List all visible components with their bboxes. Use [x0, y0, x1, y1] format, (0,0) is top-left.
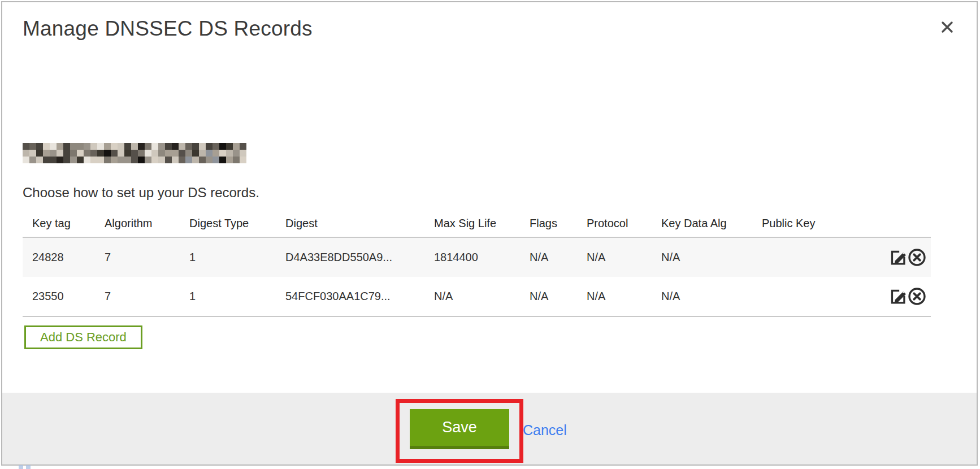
- ds-records-table: Key tag Algorithm Digest Type Digest Max…: [23, 207, 931, 317]
- cancel-link[interactable]: Cancel: [523, 422, 567, 438]
- redacted-pixel: [124, 157, 131, 163]
- cell-digest: 54FCF030AA1C79...: [285, 290, 434, 303]
- redacted-pixel: [219, 150, 226, 157]
- remove-icon: [908, 248, 926, 267]
- redacted-pixel: [50, 143, 57, 150]
- redacted-pixel: [192, 143, 199, 150]
- redacted-pixel: [70, 143, 77, 150]
- remove-record-button[interactable]: [908, 248, 926, 267]
- redacted-pixel: [138, 150, 145, 157]
- redacted-pixel: [226, 150, 233, 157]
- edit-icon: [889, 287, 908, 306]
- redacted-pixel: [124, 150, 131, 157]
- modal-footer: Save Cancel: [2, 393, 977, 464]
- redacted-pixel: [233, 143, 240, 150]
- redacted-pixel: [199, 143, 206, 150]
- redacted-pixel: [240, 157, 246, 163]
- cell-max-sig-life: N/A: [434, 290, 530, 303]
- redacted-pixel: [63, 150, 70, 157]
- redacted-pixel: [23, 157, 29, 163]
- remove-record-button[interactable]: [908, 287, 926, 306]
- redacted-pixel: [57, 143, 63, 150]
- row-actions: [865, 287, 931, 306]
- redacted-pixel: [118, 157, 124, 163]
- ds-record-row-2: 23550 7 1 54FCF030AA1C79... N/A N/A N/A …: [23, 277, 931, 316]
- remove-icon: [908, 287, 926, 306]
- redacted-pixel: [43, 150, 50, 157]
- redacted-pixel: [77, 143, 84, 150]
- redacted-pixel: [36, 143, 43, 150]
- cell-digest-type: 1: [189, 290, 285, 303]
- add-ds-record-button[interactable]: Add DS Record: [24, 325, 142, 349]
- edit-record-button[interactable]: [889, 248, 908, 267]
- redacted-pixel: [131, 157, 138, 163]
- redacted-pixel: [179, 143, 185, 150]
- cell-key-data-alg: N/A: [661, 251, 762, 264]
- save-button[interactable]: Save: [410, 409, 509, 449]
- cell-algorithm: 7: [105, 290, 189, 303]
- edit-icon: [889, 248, 908, 267]
- redacted-pixel: [192, 150, 199, 157]
- redacted-pixel: [84, 150, 90, 157]
- redacted-pixel: [165, 143, 172, 150]
- redacted-pixel: [172, 150, 179, 157]
- redacted-pixel: [206, 143, 213, 150]
- redacted-pixel: [77, 157, 84, 163]
- redacted-pixel: [36, 157, 43, 163]
- redacted-pixel: [70, 157, 77, 163]
- redacted-pixel: [158, 150, 165, 157]
- row-actions: [865, 248, 931, 267]
- redacted-pixel: [77, 150, 84, 157]
- redacted-pixel: [124, 143, 131, 150]
- redacted-pixel: [233, 150, 240, 157]
- cell-digest: D4A33E8DD550A9...: [285, 251, 434, 264]
- redacted-pixel: [104, 150, 111, 157]
- redacted-pixel: [219, 157, 226, 163]
- redacted-pixel: [63, 143, 70, 150]
- redacted-pixel: [104, 143, 111, 150]
- column-header-algorithm: Algorithm: [105, 217, 189, 230]
- redacted-pixel: [206, 157, 213, 163]
- redacted-pixel: [138, 143, 145, 150]
- redacted-pixel: [43, 143, 50, 150]
- redacted-pixel: [131, 150, 138, 157]
- redacted-pixel: [199, 157, 206, 163]
- redacted-pixel: [111, 150, 118, 157]
- close-button[interactable]: [935, 15, 960, 40]
- redacted-pixel: [151, 157, 158, 163]
- redacted-pixel: [172, 157, 179, 163]
- redacted-pixel: [70, 150, 77, 157]
- redacted-domain-name: [23, 143, 246, 163]
- redacted-pixel: [158, 143, 165, 150]
- redacted-pixel: [50, 150, 57, 157]
- redacted-pixel: [90, 143, 97, 150]
- column-header-max-sig-life: Max Sig Life: [434, 217, 530, 230]
- cell-key-data-alg: N/A: [661, 290, 762, 303]
- column-header-digest-type: Digest Type: [189, 217, 285, 230]
- page-background-artifact: [19, 465, 32, 469]
- redacted-pixel: [213, 157, 219, 163]
- save-highlight-box: Save: [396, 399, 523, 463]
- redacted-pixel: [138, 157, 145, 163]
- edit-record-button[interactable]: [889, 287, 908, 306]
- column-header-flags: Flags: [530, 217, 587, 230]
- redacted-pixel: [23, 143, 29, 150]
- redacted-pixel: [219, 143, 226, 150]
- redacted-pixel: [172, 143, 179, 150]
- redacted-pixel: [179, 150, 185, 157]
- column-header-digest: Digest: [285, 217, 434, 230]
- redacted-pixel: [118, 143, 124, 150]
- redacted-pixel: [97, 157, 104, 163]
- cell-flags: N/A: [530, 290, 587, 303]
- redacted-pixel: [192, 157, 199, 163]
- setup-instruction-text: Choose how to set up your DS records.: [23, 185, 259, 201]
- redacted-pixel: [43, 157, 50, 163]
- redacted-pixel: [213, 150, 219, 157]
- redacted-pixel: [131, 143, 138, 150]
- redacted-pixel: [90, 150, 97, 157]
- redacted-pixel: [165, 150, 172, 157]
- ds-record-row-1: 24828 7 1 D4A33E8DD550A9... 1814400 N/A …: [23, 238, 931, 277]
- redacted-pixel: [213, 143, 219, 150]
- redacted-pixel: [111, 157, 118, 163]
- cell-key-tag: 23550: [23, 290, 105, 303]
